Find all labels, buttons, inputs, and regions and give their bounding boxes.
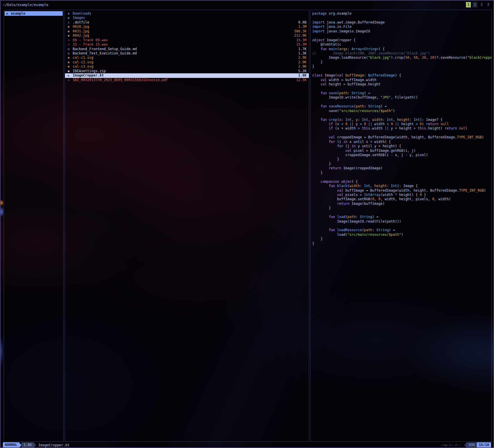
code-line: } — [312, 241, 491, 246]
code-line — [312, 131, 491, 135]
file-row[interactable]: ◫Backend_Frontend_Setup_Guide.md1.7K — [65, 47, 309, 51]
file-size: 586.3K — [294, 29, 307, 34]
code-line — [312, 16, 491, 20]
breadcrumb-path: ~/Data/example/example — [3, 2, 48, 8]
code-line: for (i in x until x + width) { — [312, 140, 491, 144]
pdf-file-icon: ▰ — [68, 78, 73, 82]
file-row[interactable]: ▣0031.jpg586.3K — [65, 29, 309, 34]
file-row[interactable]: ◍Downloads — [65, 11, 309, 16]
status-filename: ImageCropper.kt — [38, 443, 69, 447]
file-file-icon: ▯ — [68, 20, 73, 25]
code-line — [312, 175, 491, 179]
code-line: import java.io.File — [312, 25, 491, 29]
audio-file-icon: ∩ — [68, 38, 73, 42]
file-name: SBI_0032013739_2023_DE05_0003155631Invoi… — [73, 78, 296, 82]
kt-file-icon: ◣ — [68, 73, 73, 78]
file-name: cal-c1.svg — [73, 56, 298, 60]
code-line — [312, 113, 491, 117]
dl-file-icon: ◍ — [68, 11, 73, 16]
file-name: 0028.jpg — [73, 25, 298, 29]
code-line: import javax.imageio.ImageIO — [312, 29, 491, 34]
file-size: 0.0B — [298, 20, 307, 25]
code-line: fun load(path: String) = — [312, 215, 491, 219]
code-line: } — [312, 206, 491, 210]
file-permissions: -rw-r--r-- — [441, 443, 461, 447]
file-row[interactable]: ∩09 - Track 09.wav15.3M — [65, 38, 309, 42]
img-file-icon: ▣ — [68, 34, 73, 38]
file-row[interactable]: ▣0042.jpg212.9K — [65, 34, 309, 38]
file-row[interactable]: ▣cal-c3.svg2.9K — [65, 64, 309, 69]
code-line: @JvmStatic — [312, 42, 491, 47]
file-name: 15 - Track 15.wav — [73, 42, 296, 47]
code-line: return Image(buffImage) — [312, 202, 491, 206]
code-line: fun saveResource(path: String) = — [312, 104, 491, 109]
code-line: val width = buffImage.width — [312, 78, 491, 82]
file-name: Backend_Frontend_Setup_Guide.md — [73, 47, 298, 51]
img-file-icon: ▣ — [68, 29, 73, 34]
file-name: Backend_Test_Execution_Guide.md — [73, 51, 298, 56]
tab-bar: 1123 — [466, 2, 491, 7]
file-row[interactable]: ▣0028.jpg1.3M — [65, 25, 309, 29]
tab-4[interactable]: 3 — [486, 2, 491, 7]
img-file-icon: ▣ — [68, 60, 73, 64]
status-bar: NORMAL 1.6K ImageCropper.kt -rw-r--r-- 9… — [3, 442, 491, 448]
file-size-badge: 1.6K — [21, 442, 34, 448]
folder-file-icon: ▤ — [68, 16, 73, 20]
code-line: class Image(val buffImage: BufferedImage… — [312, 73, 491, 78]
parent-rows: ▤example — [4, 10, 63, 17]
file-row[interactable]: ▦IDEAsettings.zip5.2K — [65, 69, 309, 73]
code-line: fun loadResource(path: String) = — [312, 228, 491, 232]
file-row[interactable]: ▤Images — [65, 16, 309, 20]
code-line: if (x + width > this.width || y + height… — [312, 126, 491, 131]
powerline-separator-icon — [19, 443, 21, 448]
code-line: companion object { — [312, 180, 491, 184]
file-size: 5.2K — [298, 69, 307, 73]
code-line — [312, 87, 491, 91]
code-line: } — [312, 162, 491, 166]
file-size: 2.9K — [298, 64, 307, 69]
file-size: 2.9K — [298, 56, 307, 60]
file-row[interactable]: ◫Backend_Test_Execution_Guide.md1.3K — [65, 51, 309, 56]
file-row[interactable]: ▰SBI_0032013739_2023_DE05_0003155631Invo… — [65, 78, 309, 82]
code-line: fun main(args: Array<String>) { — [312, 47, 491, 51]
cursor-position-badge: 15/16 — [477, 442, 491, 448]
parent-directory-panel: ▤example — [4, 10, 64, 442]
code-line: fun crop(x: Int, y: Int, width: Int, hei… — [312, 118, 491, 122]
code-line: val height = buffImage.height — [312, 82, 491, 87]
file-name: Images — [73, 16, 307, 20]
file-row[interactable]: ▣cal-c1.svg2.9K — [65, 56, 309, 60]
tab-1[interactable]: 1 — [466, 2, 471, 7]
code-line: } — [312, 64, 491, 69]
file-size: 1.3M — [298, 25, 307, 29]
tab-3[interactable]: 2 — [479, 2, 484, 7]
code-line: import java.awt.image.BufferedImage — [312, 20, 491, 25]
file-name: cal-c2.svg — [73, 60, 298, 64]
file-name: 0031.jpg — [73, 29, 294, 34]
parent-dir-item[interactable]: ▤example — [5, 11, 63, 16]
file-list-panel: ◍Downloads▤Images▯.dotfile0.0B▣0028.jpg1… — [65, 10, 309, 442]
file-preview-panel: package org.example import java.awt.imag… — [310, 10, 492, 442]
file-name: cal-c3.svg — [73, 64, 298, 69]
tab-2[interactable]: 1 — [473, 2, 477, 7]
file-size: 212.9K — [294, 34, 307, 38]
scroll-percent-badge: 93% — [467, 442, 477, 448]
code-line: fun black(width: Int, height: Int): Imag… — [312, 184, 491, 188]
file-size: 1.7K — [298, 47, 307, 51]
code-line: ImageIO.write(buffImage, "JPG", File(pat… — [312, 95, 491, 100]
parent-dir-label: example — [11, 11, 25, 16]
file-row[interactable]: ◣ImageCropper.kt1.6K — [65, 73, 309, 78]
code-line — [312, 211, 491, 215]
file-name: ImageCropper.kt — [73, 73, 298, 78]
code-line: } — [312, 60, 491, 64]
file-size: 12.5K — [296, 78, 307, 82]
file-row[interactable]: ▯.dotfile0.0B — [65, 20, 309, 25]
code-line: } — [312, 237, 491, 241]
file-row[interactable]: ▣cal-c2.svg2.9K — [65, 60, 309, 64]
file-row[interactable]: ∩15 - Track 15.wav15.3M — [65, 42, 309, 47]
code-line — [312, 69, 491, 73]
folder-icon: ▤ — [6, 11, 11, 16]
md-file-icon: ◫ — [68, 47, 73, 51]
file-size: 1.3K — [298, 51, 307, 56]
code-line — [312, 34, 491, 38]
powerline-separator-icon — [464, 443, 467, 448]
